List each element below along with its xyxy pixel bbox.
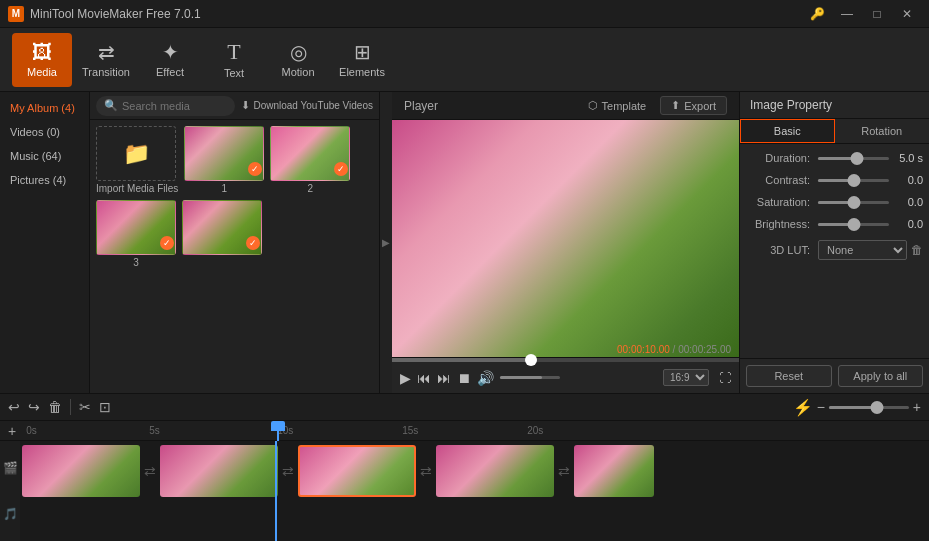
duration-label: Duration: (746, 152, 814, 164)
timeline-tracks: ⇄ ⇄ ⇄ ⇄ (20, 441, 929, 541)
toolbar-media[interactable]: 🖼 Media (12, 33, 72, 87)
next-frame-button[interactable]: ⏭ (437, 370, 451, 386)
crop-button[interactable]: ⊡ (99, 399, 111, 415)
template-button[interactable]: ⬡ Template (582, 97, 653, 114)
saturation-slider[interactable] (818, 201, 889, 204)
progress-handle[interactable] (525, 354, 537, 366)
volume-icon[interactable]: 🔊 (477, 370, 494, 386)
sidebar: My Album (4) Videos (0) Music (64) Pictu… (0, 92, 90, 393)
search-input[interactable] (122, 100, 227, 112)
undo-button[interactable]: ↩ (8, 399, 20, 415)
zoom-slider[interactable] (829, 406, 909, 409)
search-icon: 🔍 (104, 99, 118, 112)
export-icon: ⬆ (671, 99, 680, 112)
tab-basic[interactable]: Basic (740, 119, 835, 143)
apply-all-button[interactable]: Apply to all (838, 365, 924, 387)
zoom-plus-button[interactable]: + (913, 399, 921, 415)
cut-button[interactable]: ✂ (79, 399, 91, 415)
timeline-cursor-head (277, 421, 279, 441)
youtube-download-button[interactable]: ⬇ Download YouTube Videos (241, 99, 373, 112)
media-thumb-4[interactable]: ✓ (182, 200, 262, 268)
media-thumb-1[interactable]: ✓ 1 (184, 126, 264, 194)
minimize-button[interactable]: — (833, 4, 861, 24)
import-drop-zone[interactable]: 📁 (96, 126, 176, 181)
prev-button[interactable]: ⏮ (417, 370, 431, 386)
reset-button[interactable]: Reset (746, 365, 832, 387)
timeline-ruler: 0s 5s 10s 15s 20s (24, 421, 921, 441)
transition-3[interactable]: ⇄ (416, 445, 436, 497)
delete-button[interactable]: 🗑 (48, 399, 62, 415)
effect-label: Effect (156, 66, 184, 78)
zoom-handle[interactable] (870, 401, 883, 414)
search-box[interactable]: 🔍 (96, 96, 235, 116)
clip-4[interactable] (436, 445, 554, 497)
toolbar-motion[interactable]: ◎ Motion (268, 33, 328, 87)
text-icon: T (227, 41, 240, 63)
duration-handle[interactable] (851, 152, 864, 165)
toolbar-text[interactable]: T Text (204, 33, 264, 87)
export-label: Export (684, 100, 716, 112)
aspect-ratio-select[interactable]: 16:9 9:16 4:3 1:1 (663, 369, 709, 386)
lock-icon[interactable]: 🔑 (803, 4, 831, 24)
property-panel: Image Property Basic Rotation Duration: … (739, 92, 929, 393)
sidebar-item-music[interactable]: Music (64) (0, 144, 89, 168)
timeline-cursor-line (275, 441, 277, 541)
transition-2[interactable]: ⇄ (278, 445, 298, 497)
expand-arrow[interactable]: ▶ (380, 92, 392, 393)
export-button[interactable]: ⬆ Export (660, 96, 727, 115)
progress-bar[interactable]: 00:00:10.00 / 00:00:25.00 (392, 358, 739, 362)
property-footer: Reset Apply to all (740, 358, 929, 393)
brightness-handle[interactable] (847, 218, 860, 231)
clip-2[interactable] (160, 445, 278, 497)
template-icon: ⬡ (588, 99, 598, 112)
play-button[interactable]: ▶ (400, 370, 411, 386)
elements-icon: ⊞ (354, 42, 371, 62)
stop-button[interactable]: ⏹ (457, 370, 471, 386)
duration-slider[interactable] (818, 157, 889, 160)
contrast-handle[interactable] (847, 174, 860, 187)
track-labels: 🎬 🎵 (0, 441, 20, 541)
clip-3-active[interactable] (298, 445, 416, 497)
timeline-add-button[interactable]: + (8, 423, 16, 439)
tab-rotation[interactable]: Rotation (835, 119, 930, 143)
redo-button[interactable]: ↪ (28, 399, 40, 415)
sidebar-item-pictures[interactable]: Pictures (4) (0, 168, 89, 192)
lut-label: 3D LUT: (746, 244, 814, 256)
fullscreen-button[interactable]: ⛶ (719, 371, 731, 385)
clip-1[interactable] (22, 445, 140, 497)
volume-slider[interactable] (500, 376, 560, 379)
brightness-label: Brightness: (746, 218, 814, 230)
player-video (392, 120, 739, 357)
lut-select[interactable]: None (818, 240, 907, 260)
ruler-mark-15s: 15s (402, 425, 418, 436)
prop-row-brightness: Brightness: 0.0 (746, 218, 923, 230)
main-area: My Album (4) Videos (0) Music (64) Pictu… (0, 92, 929, 393)
sidebar-item-videos[interactable]: Videos (0) (0, 120, 89, 144)
thumb-label-1: 1 (184, 183, 264, 194)
brightness-value: 0.0 (893, 218, 923, 230)
toolbar-elements[interactable]: ⊞ Elements (332, 33, 392, 87)
toolbar-effect[interactable]: ✦ Effect (140, 33, 200, 87)
contrast-slider[interactable] (818, 179, 889, 182)
saturation-handle[interactable] (847, 196, 860, 209)
thumb-label-3: 3 (96, 257, 176, 268)
check-badge-4: ✓ (246, 236, 260, 250)
clip-5[interactable] (574, 445, 654, 497)
zoom-minus-button[interactable]: − (817, 399, 825, 415)
sidebar-item-album[interactable]: My Album (4) (0, 96, 89, 120)
contrast-value: 0.0 (893, 174, 923, 186)
brightness-slider[interactable] (818, 223, 889, 226)
thumb-label-2: 2 (270, 183, 350, 194)
split-icon[interactable]: ⚡ (793, 398, 813, 417)
effect-icon: ✦ (162, 42, 179, 62)
contrast-label: Contrast: (746, 174, 814, 186)
transition-4[interactable]: ⇄ (554, 445, 574, 497)
media-thumb-3[interactable]: ✓ 3 (96, 200, 176, 268)
media-thumb-2[interactable]: ✓ 2 (270, 126, 350, 194)
toolbar-transition[interactable]: ⇄ Transition (76, 33, 136, 87)
transition-1[interactable]: ⇄ (140, 445, 160, 497)
maximize-button[interactable]: □ (863, 4, 891, 24)
lut-delete-button[interactable]: 🗑 (911, 243, 923, 257)
import-files-thumb[interactable]: 📁 Import Media Files (96, 126, 178, 194)
close-button[interactable]: ✕ (893, 4, 921, 24)
